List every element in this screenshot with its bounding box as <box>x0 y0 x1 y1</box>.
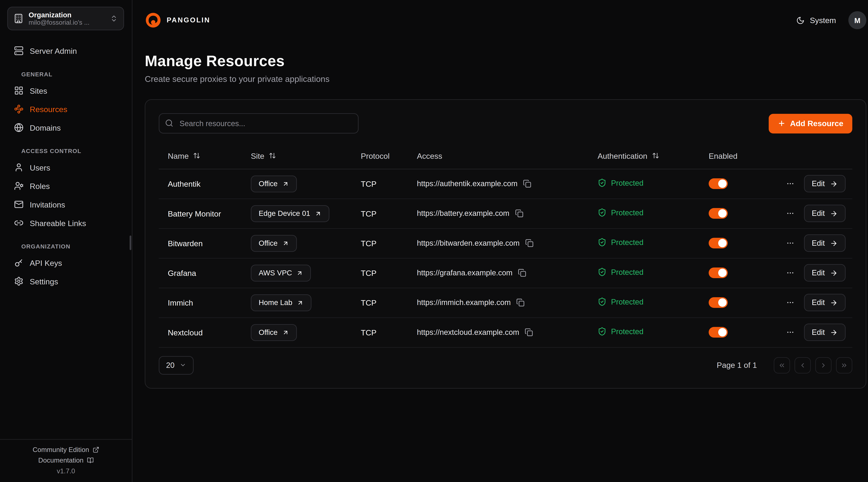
edit-button[interactable]: Edit <box>804 234 846 252</box>
table-row: Immich Home Lab TCP https://immich.examp… <box>159 288 852 317</box>
row-menu-button[interactable] <box>785 297 796 308</box>
auth-status-badge: Protected <box>597 297 643 306</box>
pagination: Page 1 of 1 <box>717 357 852 373</box>
site-link-button[interactable]: Office <box>251 175 297 192</box>
row-menu-button[interactable] <box>785 208 796 219</box>
column-header-site: Site <box>242 143 352 169</box>
arrow-right-icon <box>830 269 838 277</box>
shield-check-icon <box>597 297 607 306</box>
row-menu-button[interactable] <box>785 267 796 278</box>
arrow-right-icon <box>830 180 838 188</box>
enabled-toggle[interactable] <box>709 297 728 308</box>
edit-button[interactable]: Edit <box>804 264 846 282</box>
chevron-down-icon <box>180 362 186 368</box>
first-page-button[interactable] <box>774 357 790 373</box>
sidebar-item-resources[interactable]: Resources <box>7 100 125 118</box>
copy-icon <box>518 268 526 277</box>
edit-button[interactable]: Edit <box>804 294 846 311</box>
plus-icon <box>778 119 785 127</box>
ellipsis-icon <box>786 239 794 247</box>
row-menu-button[interactable] <box>785 327 796 338</box>
sort-site[interactable]: Site <box>251 151 276 160</box>
search-input[interactable] <box>159 113 359 133</box>
access-url: https://nextcloud.example.com <box>417 328 519 336</box>
book-icon <box>87 457 94 463</box>
ellipsis-icon <box>786 328 794 336</box>
site-link-button[interactable]: Edge Device 01 <box>251 205 329 222</box>
sidebar-item-roles[interactable]: Roles <box>7 176 125 195</box>
enabled-toggle[interactable] <box>709 267 728 278</box>
next-page-button[interactable] <box>815 357 832 373</box>
chevron-right-icon <box>820 361 827 369</box>
row-menu-button[interactable] <box>785 179 796 189</box>
enabled-toggle[interactable] <box>709 238 728 248</box>
site-link-button[interactable]: AWS VPC <box>251 264 311 281</box>
resource-name: Immich <box>168 298 193 307</box>
copy-url-button[interactable] <box>515 209 523 218</box>
sidebar-item-api-keys[interactable]: API Keys <box>7 254 125 272</box>
sidebar-item-sites[interactable]: Sites <box>7 82 125 100</box>
arrow-right-icon <box>830 328 838 336</box>
sort-name[interactable]: Name <box>168 151 200 160</box>
table-row: Battery Monitor Edge Device 01 TCP https… <box>159 198 852 228</box>
sidebar-item-server-admin[interactable]: Server Admin <box>7 41 125 60</box>
copy-url-button[interactable] <box>525 328 533 336</box>
copy-url-button[interactable] <box>518 268 526 277</box>
sidebar-item-domains[interactable]: Domains <box>7 118 125 137</box>
resource-name: Battery Monitor <box>168 209 221 218</box>
sidebar-item-users[interactable]: Users <box>7 158 125 176</box>
arrow-up-right-icon <box>297 299 304 306</box>
edit-button[interactable]: Edit <box>804 324 846 341</box>
theme-toggle-button[interactable]: System <box>796 15 836 25</box>
edit-button[interactable]: Edit <box>804 175 846 192</box>
row-menu-button[interactable] <box>785 238 796 248</box>
resource-name: Nextcloud <box>168 328 203 337</box>
search-icon <box>165 119 173 127</box>
section-label-access-control: ACCESS CONTROL <box>21 148 125 154</box>
arrow-right-icon <box>830 210 838 217</box>
arrow-right-icon <box>830 299 838 307</box>
column-header-access: Access <box>408 143 589 169</box>
arrow-up-right-icon <box>315 210 321 217</box>
section-label-organization: ORGANIZATION <box>21 243 125 250</box>
copy-url-button[interactable] <box>523 180 531 188</box>
sidebar: Organization milo@fossorial.io's ... Ser… <box>0 0 132 482</box>
site-link-button[interactable]: Office <box>251 324 297 341</box>
chevrons-left-icon <box>778 361 785 369</box>
column-header-name: Name <box>159 143 242 169</box>
building-icon <box>13 13 24 24</box>
previous-page-button[interactable] <box>795 357 811 373</box>
edit-button[interactable]: Edit <box>804 205 846 222</box>
sidebar-item-label: Resources <box>30 105 67 114</box>
user-icon <box>14 163 24 172</box>
section-label-general: GENERAL <box>21 71 125 77</box>
page-size-select[interactable]: 20 <box>159 356 193 375</box>
add-resource-button[interactable]: Add Resource <box>769 114 852 133</box>
resources-icon <box>14 104 24 114</box>
documentation-link[interactable]: Documentation <box>38 456 94 464</box>
sidebar-item-settings[interactable]: Settings <box>7 272 125 291</box>
protocol-value: TCP <box>361 268 376 278</box>
table-header-row: Name Site Protocol Access <box>159 143 852 169</box>
sidebar-item-shareable-links[interactable]: Shareable Links <box>7 214 125 232</box>
site-link-button[interactable]: Office <box>251 235 297 252</box>
copy-url-button[interactable] <box>525 239 534 247</box>
org-title: Organization <box>29 11 105 19</box>
sort-authentication[interactable]: Authentication <box>597 151 659 160</box>
enabled-toggle[interactable] <box>709 208 728 219</box>
copy-icon <box>525 328 533 336</box>
avatar[interactable]: M <box>848 11 866 29</box>
site-link-button[interactable]: Home Lab <box>251 294 311 311</box>
sidebar-item-label: Sites <box>30 86 47 95</box>
brand: PANGOLIN <box>145 12 210 29</box>
last-page-button[interactable] <box>836 357 852 373</box>
key-icon <box>14 258 24 267</box>
enabled-toggle[interactable] <box>709 179 728 189</box>
enabled-toggle[interactable] <box>709 327 728 338</box>
page-indicator: Page 1 of 1 <box>717 360 757 369</box>
community-edition-link[interactable]: Community Edition <box>33 446 99 453</box>
copy-url-button[interactable] <box>517 298 525 307</box>
org-selector[interactable]: Organization milo@fossorial.io's ... <box>7 7 124 30</box>
sidebar-item-invitations[interactable]: Invitations <box>7 195 125 214</box>
sidebar-scrollbar-thumb[interactable] <box>130 235 131 250</box>
